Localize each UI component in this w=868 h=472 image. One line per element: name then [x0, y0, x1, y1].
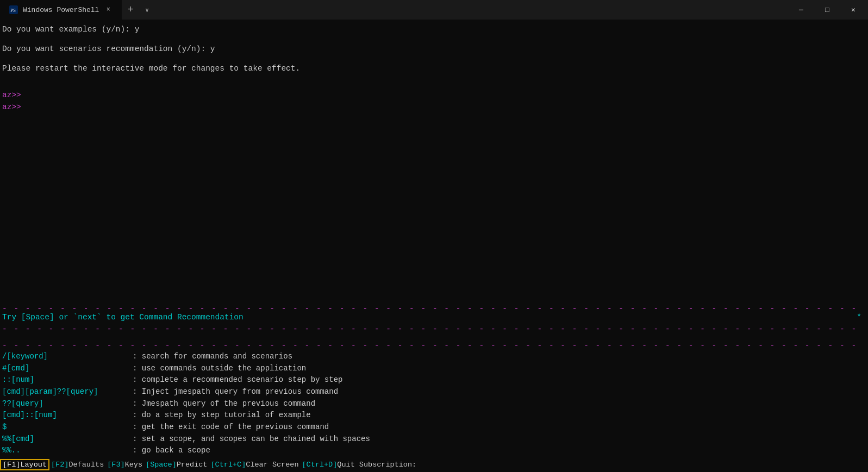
help-item-6: $ : get the exit code of the previous co…: [2, 421, 866, 433]
svg-text:PS: PS: [10, 8, 16, 13]
help-key-0: /[keyword]: [2, 351, 133, 363]
tab-dropdown-button[interactable]: ∨: [139, 2, 154, 17]
prompt-2: az>>: [2, 102, 866, 114]
help-item-3: [cmd][param]??[query] : Inject jmespath …: [2, 386, 866, 398]
prompt-1: az>>: [2, 90, 866, 102]
terminal-content: Do you want examples (y/n): y Do you wan…: [0, 20, 868, 457]
close-button[interactable]: ✕: [841, 1, 866, 18]
help-key-2: ::[num]: [2, 374, 133, 386]
minimize-button[interactable]: ─: [789, 1, 814, 18]
dashed-line-top: - - - - - - - - - - - - - - - - - - - - …: [2, 303, 866, 312]
title-bar: PS Windows PowerShell × + ∨ ─ □ ✕: [0, 0, 868, 20]
help-key-4: ??[query]: [2, 398, 133, 410]
powershell-icon: PS: [9, 5, 18, 15]
help-item-5: [cmd]::[num] : do a step by step tutoria…: [2, 410, 866, 421]
bottom-key-space[interactable]: [Space]Predict: [144, 460, 209, 469]
window-controls: ─ □ ✕: [789, 0, 868, 20]
help-item-4: ??[query] : Jmespath query of the previo…: [2, 398, 866, 410]
bottom-key-ctrld[interactable]: [Ctrl+D]Quit Subscription:: [301, 460, 419, 469]
dashed-line-mid: - - - - - - - - - - - - - - - - - - - - …: [2, 324, 866, 332]
recommendation-text: Try [Space] or `next` to get Command Rec…: [2, 312, 243, 324]
help-item-0: /[keyword] : search for commands and sce…: [2, 351, 866, 363]
help-item-2: ::[num] : complete a recommended scenari…: [2, 374, 866, 386]
help-key-5: [cmd]::[num]: [2, 410, 133, 421]
help-key-7: %%[cmd]: [2, 433, 133, 445]
tab-powershell[interactable]: PS Windows PowerShell ×: [0, 0, 122, 20]
help-desc-5: : do a step by step tutorial of example: [133, 410, 311, 421]
output-line-3: Please restart the interactive mode for …: [2, 63, 866, 75]
tab-list: PS Windows PowerShell × + ∨: [0, 0, 154, 20]
bottom-bar: [F1]Layout [F2]Defaults [F3]Keys [Space]…: [0, 457, 868, 472]
recommendation-line: Try [Space] or `next` to get Command Rec…: [2, 312, 866, 324]
bottom-key-f1[interactable]: [F1]Layout: [0, 459, 49, 470]
help-desc-1: : use commands outside the application: [133, 363, 306, 375]
help-section: /[keyword] : search for commands and sce…: [2, 351, 866, 457]
help-desc-3: : Inject jmespath query from previous co…: [133, 386, 338, 398]
help-key-6: $: [2, 421, 133, 433]
help-desc-2: : complete a recommended scenario step b…: [133, 374, 342, 386]
bottom-key-ctrlc[interactable]: [Ctrl+C]Clear Screen: [209, 460, 300, 469]
recommendation-star: *: [857, 312, 866, 324]
bottom-key-f2[interactable]: [F2]Defaults: [49, 460, 105, 469]
help-desc-0: : search for commands and scenarios: [133, 351, 292, 363]
help-desc-4: : Jmespath query of the previous command: [133, 398, 315, 410]
dashed-line-bot: - - - - - - - - - - - - - - - - - - - - …: [2, 340, 866, 349]
help-desc-7: : set a scope, and scopes can be chained…: [133, 433, 370, 445]
maximize-button[interactable]: □: [815, 1, 840, 18]
bottom-key-f3[interactable]: [F3]Keys: [105, 460, 144, 469]
help-item-1: #[cmd] : use commands outside the applic…: [2, 363, 866, 375]
tab-close-button[interactable]: ×: [103, 5, 113, 15]
help-item-7: %%[cmd] : set a scope, and scopes can be…: [2, 433, 866, 445]
help-key-8: %%..: [2, 445, 133, 457]
output-line-2: Do you want scenarios recommendation (y/…: [2, 43, 866, 55]
output-line-1: Do you want examples (y/n): y: [2, 24, 866, 36]
help-desc-8: : go back a scope: [133, 445, 210, 457]
help-key-1: #[cmd]: [2, 363, 133, 375]
help-desc-6: : get the exit code of the previous comm…: [133, 421, 329, 433]
tab-label: Windows PowerShell: [23, 6, 99, 14]
help-key-3: [cmd][param]??[query]: [2, 386, 133, 398]
help-item-8: %%.. : go back a scope: [2, 445, 866, 457]
new-tab-button[interactable]: +: [122, 1, 139, 18]
